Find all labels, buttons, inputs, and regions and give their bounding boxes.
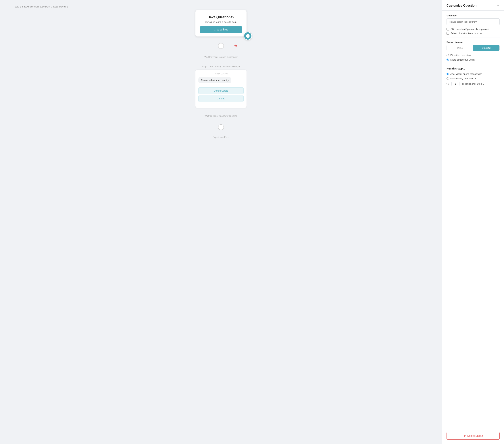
layout-inline-option[interactable]: Inline xyxy=(447,45,473,51)
experience-ends-label: Experience Ends xyxy=(213,136,229,139)
divider-1 xyxy=(447,37,500,38)
select-picklist-checkbox-row[interactable]: Select picklist options to show xyxy=(447,32,500,35)
trash-icon: 🗑 xyxy=(234,44,237,48)
full-width-label: Make buttons full-width xyxy=(450,58,475,61)
add-step-button-1[interactable]: + xyxy=(218,43,224,49)
run-step-title: Run this step... xyxy=(447,67,500,70)
delete-step-label: Delete Step 2 xyxy=(467,434,483,437)
connector-5 xyxy=(221,119,221,124)
right-panel: Customize Question → Message Skip questi… xyxy=(442,0,504,444)
message-input[interactable] xyxy=(447,18,500,25)
chat-bubble: Please select your country xyxy=(198,77,231,83)
connector-2 xyxy=(221,49,221,54)
button-layout-toggle: Inline Stacked xyxy=(447,45,500,51)
select-picklist-label: Select picklist options to show xyxy=(450,32,482,35)
full-width-row[interactable]: Make buttons full-width xyxy=(447,58,500,61)
chat-area: Today, 1:15PM Please select your country… xyxy=(196,70,247,108)
immediately-after-step-row[interactable]: Immediately after Step 1 xyxy=(447,77,500,80)
after-visitor-opens-radio[interactable] xyxy=(447,73,449,75)
delete-btn-container: 🗑 Delete Step 2 xyxy=(442,429,504,444)
panel-body: Message Skip question if previously popu… xyxy=(442,11,504,429)
after-visitor-opens-row[interactable]: After visitor opens messenger xyxy=(447,72,500,75)
step1-label: Step 1: Show messenger button with a cus… xyxy=(4,5,68,8)
wait-label-2: Wait for visitor to answer question xyxy=(205,113,237,119)
add-step-button-2[interactable]: + xyxy=(218,124,224,130)
messenger-bubble-icon xyxy=(244,32,252,40)
seconds-after-step-radio[interactable] xyxy=(447,83,449,85)
connector-3 xyxy=(221,60,221,65)
wait-label-1: Wait for visitor to open messenger xyxy=(204,54,238,60)
messenger-card-title: Have Questions? xyxy=(200,15,242,19)
delete-trash-icon: 🗑 xyxy=(463,434,466,437)
fit-button-radio[interactable] xyxy=(447,54,449,56)
messenger-card-subtitle: Our sales team is here to help. xyxy=(200,21,242,23)
plus-icon-1: + xyxy=(220,44,222,48)
chat-timestamp: Today, 1:15PM xyxy=(198,72,244,75)
button-layout-label: Button Layout xyxy=(447,41,500,43)
seconds-after-label: seconds after Step 1 xyxy=(462,82,484,85)
delete-step-2-button[interactable]: 🗑 Delete Step 2 xyxy=(447,432,500,440)
main-content: Step 1: Show messenger button with a cus… xyxy=(4,4,438,139)
full-width-radio[interactable] xyxy=(447,59,449,61)
fit-button-label: Fit button to content xyxy=(450,54,471,56)
plus-icon-2: + xyxy=(220,125,222,129)
step2-label: Step 2: Ask Country1 in the messenger xyxy=(202,65,240,68)
delete-step-button[interactable]: 🗑 xyxy=(234,44,237,48)
select-picklist-checkbox[interactable] xyxy=(447,32,449,35)
immediately-after-step-label: Immediately after Step 1 xyxy=(450,77,476,80)
left-panel: Step 1: Show messenger button with a cus… xyxy=(0,0,442,444)
add-btn-row-1: + 🗑 xyxy=(4,43,438,49)
chat-inner: Today, 1:15PM Please select your country… xyxy=(196,70,247,105)
seconds-input[interactable] xyxy=(451,82,459,86)
connector-4 xyxy=(221,108,221,113)
panel-title: Customize Question xyxy=(447,4,476,7)
immediately-after-step-radio[interactable] xyxy=(447,77,449,80)
chat-button[interactable]: Chat with us xyxy=(200,26,242,33)
option-btn-us[interactable]: United States xyxy=(198,87,244,94)
message-label: Message xyxy=(447,14,500,17)
seconds-after-step-row[interactable]: seconds after Step 1 xyxy=(447,82,500,86)
option-btn-canada[interactable]: Canada xyxy=(198,95,244,102)
skip-question-checkbox-row[interactable]: Skip question if previously populated xyxy=(447,28,500,31)
add-btn-row-2: + xyxy=(4,124,438,130)
arrow-right-icon[interactable]: → xyxy=(496,4,500,7)
fit-button-row[interactable]: Fit button to content xyxy=(447,54,500,56)
after-visitor-opens-label: After visitor opens messenger xyxy=(450,72,482,75)
layout-stacked-option[interactable]: Stacked xyxy=(473,45,500,51)
messenger-card: Have Questions? Our sales team is here t… xyxy=(196,10,247,36)
connector-6 xyxy=(221,130,221,134)
connector-1 xyxy=(221,36,221,43)
skip-question-label: Skip question if previously populated xyxy=(450,28,489,31)
skip-question-checkbox[interactable] xyxy=(447,28,449,31)
panel-header: Customize Question → xyxy=(442,0,504,11)
